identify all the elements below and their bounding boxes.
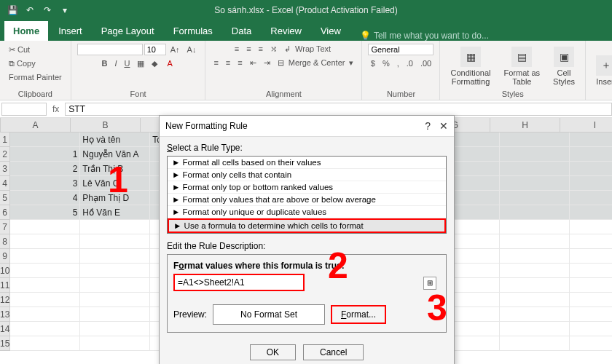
- row-11[interactable]: 11: [0, 278, 10, 293]
- tab-insert[interactable]: Insert: [50, 21, 91, 41]
- copy-button[interactable]: ⧉ Copy: [6, 58, 39, 70]
- row-9[interactable]: 9: [0, 249, 10, 264]
- tab-data[interactable]: Data: [223, 21, 260, 41]
- range-picker-icon[interactable]: ⊞: [423, 277, 436, 290]
- align-left-icon[interactable]: ≡: [211, 58, 220, 68]
- col-A[interactable]: A: [1, 118, 71, 132]
- cell[interactable]: Phạm Thị D: [80, 191, 150, 205]
- col-B[interactable]: B: [71, 118, 141, 132]
- align-right-icon[interactable]: ≡: [235, 58, 244, 68]
- cell[interactable]: Trần Thị B: [80, 162, 150, 176]
- cancel-button[interactable]: Cancel: [303, 344, 364, 360]
- col-I[interactable]: I: [560, 118, 612, 132]
- fx-icon[interactable]: fx: [47, 104, 65, 114]
- ribbon: ✂ Cut ⧉ Copy Format Painter Clipboard A↑…: [0, 41, 612, 100]
- underline-button[interactable]: U: [122, 58, 132, 69]
- align-middle-icon[interactable]: ≡: [244, 44, 253, 55]
- col-H[interactable]: H: [490, 118, 560, 132]
- font-size-select[interactable]: [144, 44, 166, 55]
- format-as-table-button[interactable]: ▤Format as Table: [500, 45, 545, 87]
- row-5[interactable]: 5: [0, 191, 10, 205]
- cell[interactable]: [10, 132, 80, 147]
- rule-option[interactable]: ► Format all cells based on their values: [168, 157, 446, 169]
- italic-button[interactable]: I: [112, 58, 119, 69]
- group-alignment-label: Alignment: [211, 88, 356, 98]
- cell[interactable]: Họ và tên: [80, 132, 150, 147]
- tab-view[interactable]: View: [312, 21, 350, 41]
- conditional-formatting-button[interactable]: ▦Conditional Formatting: [446, 45, 495, 87]
- tab-home[interactable]: Home: [4, 21, 48, 41]
- rule-option[interactable]: ► Format only unique or duplicate values: [168, 206, 446, 218]
- comma-icon[interactable]: ,: [395, 58, 401, 68]
- tab-review[interactable]: Review: [262, 21, 310, 41]
- row-12[interactable]: 12: [0, 293, 10, 307]
- insert-cells-button[interactable]: ＋Insert: [592, 54, 612, 87]
- font-color-button[interactable]: A: [162, 58, 176, 69]
- format-painter-button[interactable]: Format Painter: [6, 71, 65, 83]
- align-top-icon[interactable]: ≡: [232, 44, 241, 55]
- row-4[interactable]: 4: [0, 176, 10, 191]
- tab-page-layout[interactable]: Page Layout: [93, 21, 163, 41]
- name-box[interactable]: [1, 103, 47, 116]
- rule-option-selected[interactable]: ► Use a formula to determine which cells…: [168, 218, 446, 233]
- align-center-icon[interactable]: ≡: [224, 58, 232, 68]
- rule-formula-input[interactable]: [173, 274, 305, 291]
- percent-icon[interactable]: %: [380, 58, 392, 68]
- align-bottom-icon[interactable]: ≡: [256, 44, 265, 55]
- merge-center-button[interactable]: ⊟ Merge & Center ▾: [275, 58, 356, 68]
- tell-me-search[interactable]: 💡 Tell me what you want to do...: [351, 31, 489, 41]
- cut-button[interactable]: ✂ Cut: [6, 44, 33, 56]
- rule-type-list[interactable]: ► Format all cells based on their values…: [167, 156, 447, 234]
- cell[interactable]: 1: [10, 147, 80, 162]
- rule-option[interactable]: ► Format only values that are above or b…: [168, 194, 446, 206]
- tab-formulas[interactable]: Formulas: [165, 21, 221, 41]
- font-name-select[interactable]: [77, 44, 143, 55]
- increase-decimal-icon[interactable]: .0: [404, 58, 415, 68]
- decrease-decimal-icon[interactable]: .00: [418, 58, 434, 68]
- row-3[interactable]: 3: [0, 162, 10, 176]
- row-1[interactable]: 1: [0, 132, 10, 147]
- redo-icon[interactable]: ↷: [41, 4, 54, 17]
- row-13[interactable]: 13: [0, 307, 10, 322]
- save-icon[interactable]: 💾: [6, 4, 19, 17]
- row-7[interactable]: 7: [0, 220, 10, 234]
- indent-inc-icon[interactable]: ⇥: [262, 58, 272, 68]
- increase-font-icon[interactable]: A↑: [168, 44, 183, 55]
- help-icon[interactable]: ?: [425, 120, 431, 132]
- row-8[interactable]: 8: [0, 234, 10, 249]
- rule-option[interactable]: ► Format only top or bottom ranked value…: [168, 181, 446, 194]
- number-format-select[interactable]: [368, 44, 434, 55]
- row-14[interactable]: 14: [0, 322, 10, 336]
- orientation-icon[interactable]: ⤭: [268, 44, 279, 55]
- row-10[interactable]: 10: [0, 264, 10, 278]
- currency-icon[interactable]: $: [369, 58, 377, 68]
- wrap-text-button[interactable]: ↲ Wrap Text: [282, 44, 335, 55]
- cell[interactable]: Hồ Văn E: [80, 205, 150, 220]
- format-button[interactable]: FFormat...ormat...: [331, 305, 386, 324]
- cell[interactable]: 2: [10, 162, 80, 176]
- row-2[interactable]: 2: [0, 147, 10, 162]
- decrease-font-icon[interactable]: A↓: [184, 44, 200, 55]
- cell[interactable]: 3: [10, 176, 80, 191]
- border-button[interactable]: ▦: [135, 58, 146, 69]
- row-15[interactable]: 15: [0, 336, 10, 351]
- table-icon: ▤: [511, 47, 532, 67]
- indent-dec-icon[interactable]: ⇤: [248, 58, 259, 68]
- group-number-label: Number: [368, 88, 434, 98]
- cell[interactable]: 4: [10, 191, 80, 205]
- formula-input[interactable]: [65, 103, 612, 116]
- fill-color-button[interactable]: ◆: [149, 58, 160, 69]
- cell[interactable]: Nguyễn Văn A: [80, 147, 150, 162]
- close-icon[interactable]: ✕: [439, 120, 448, 132]
- rule-option[interactable]: ► Format only cells that contain: [168, 169, 446, 181]
- cell[interactable]: 5: [10, 205, 80, 220]
- cell[interactable]: Lê Văn C: [80, 176, 150, 191]
- qat-dropdown-icon[interactable]: ▾: [58, 4, 71, 17]
- bold-button[interactable]: B: [99, 58, 109, 69]
- tell-me-label: Tell me what you want to do...: [374, 31, 489, 41]
- row-6[interactable]: 6: [0, 205, 10, 220]
- preview-label: Preview:: [173, 309, 207, 320]
- ok-button[interactable]: OK: [250, 344, 296, 360]
- undo-icon[interactable]: ↶: [23, 4, 36, 17]
- cell-styles-button[interactable]: ▣Cell Styles: [549, 45, 579, 87]
